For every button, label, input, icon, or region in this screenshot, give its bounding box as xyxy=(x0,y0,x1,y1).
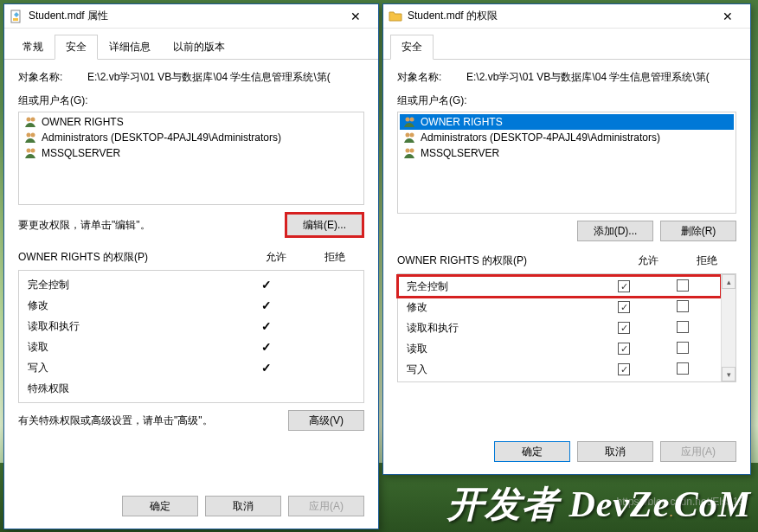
list-item-label: MSSQLSERVER xyxy=(42,147,120,159)
deny-checkbox[interactable] xyxy=(677,321,689,333)
svg-point-9 xyxy=(410,118,414,122)
ok-button[interactable]: 确定 xyxy=(122,496,198,516)
cancel-button[interactable]: 取消 xyxy=(205,496,281,516)
perm-row: 写入 xyxy=(398,359,721,380)
add-button[interactable]: 添加(D)... xyxy=(577,221,653,241)
group-icon xyxy=(403,116,417,128)
tab-bar: 安全 xyxy=(383,29,750,60)
perm-row: 写入✓ xyxy=(19,357,363,378)
svg-point-6 xyxy=(27,149,31,153)
list-item[interactable]: MSSQLSERVER xyxy=(21,145,362,161)
list-item-label: MSSQLSERVER xyxy=(421,147,499,159)
permissions-list: 完全控制✓ 修改✓ 读取和执行✓ 读取✓ 写入✓ 特殊权限 xyxy=(18,270,364,403)
object-name-label: 对象名称: xyxy=(397,70,466,85)
list-item[interactable]: OWNER RIGHTS xyxy=(400,114,734,130)
group-icon xyxy=(403,147,417,159)
close-button[interactable]: ✕ xyxy=(338,5,373,28)
list-item[interactable]: OWNER RIGHTS xyxy=(21,114,362,130)
scroll-down-icon[interactable]: ▾ xyxy=(722,367,736,381)
perm-row: 修改✓ xyxy=(19,295,363,316)
deny-checkbox[interactable] xyxy=(677,300,689,312)
object-name-value: E:\2.vb学习\01 VB与数据库\04 学生信息管理系统\第( xyxy=(466,70,736,85)
deny-checkbox[interactable] xyxy=(677,279,689,292)
group-icon xyxy=(24,131,38,144)
svg-rect-1 xyxy=(13,18,18,21)
svg-point-13 xyxy=(410,149,414,153)
list-item-label: Administrators (DESKTOP-4PAJL49\Administ… xyxy=(42,131,281,144)
scrollbar[interactable]: ▴ ▾ xyxy=(721,274,736,381)
permissions-header: OWNER RIGHTS 的权限(P) xyxy=(397,253,619,268)
list-item[interactable]: Administrators (DESKTOP-4PAJL49\Administ… xyxy=(21,130,362,145)
list-item[interactable]: Administrators (DESKTOP-4PAJL49\Administ… xyxy=(400,130,734,145)
object-name-value: E:\2.vb学习\01 VB与数据库\04 学生信息管理系统\第( xyxy=(87,70,364,85)
advanced-button[interactable]: 高级(V) xyxy=(288,410,364,431)
dialog-buttons: 确定 取消 应用(A) xyxy=(4,487,378,529)
scroll-up-icon[interactable]: ▴ xyxy=(722,274,736,289)
groups-listbox[interactable]: OWNER RIGHTS Administrators (DESKTOP-4PA… xyxy=(18,112,364,205)
list-item-label: OWNER RIGHTS xyxy=(42,116,124,128)
svg-point-3 xyxy=(31,118,35,122)
deny-column-header: 拒绝 xyxy=(678,253,736,268)
svg-point-11 xyxy=(410,133,414,138)
deny-checkbox[interactable] xyxy=(677,362,689,375)
groups-label: 组或用户名(G): xyxy=(18,93,364,108)
apply-button[interactable]: 应用(A) xyxy=(288,496,364,516)
file-icon xyxy=(10,10,23,23)
group-icon xyxy=(403,131,417,144)
list-item-label: Administrators (DESKTOP-4PAJL49\Administ… xyxy=(421,131,660,144)
perm-row: 读取✓ xyxy=(19,337,363,357)
svg-point-10 xyxy=(406,133,410,138)
tab-details[interactable]: 详细信息 xyxy=(98,35,162,60)
groups-listbox[interactable]: OWNER RIGHTS Administrators (DESKTOP-4PA… xyxy=(397,112,736,214)
dialog-buttons: 确定 取消 应用(A) xyxy=(383,433,750,474)
svg-point-2 xyxy=(27,118,31,122)
edit-hint: 要更改权限，请单击"编辑"。 xyxy=(18,218,278,233)
svg-point-8 xyxy=(406,118,410,122)
allow-check-icon: ✓ xyxy=(261,319,272,333)
group-icon xyxy=(24,147,38,159)
perm-row: 读取和执行✓ xyxy=(19,316,363,337)
object-name-label: 对象名称: xyxy=(18,70,87,85)
perm-row: 读取和执行 xyxy=(398,317,721,338)
allow-column-header: 允许 xyxy=(247,250,305,265)
close-button[interactable]: ✕ xyxy=(710,5,745,28)
remove-button[interactable]: 删除(R) xyxy=(660,221,736,241)
apply-button[interactable]: 应用(A) xyxy=(660,441,736,462)
advanced-hint: 有关特殊权限或高级设置，请单击"高级"。 xyxy=(18,413,281,428)
perm-row: 特殊权限 xyxy=(19,378,363,399)
tab-general[interactable]: 常规 xyxy=(11,35,55,60)
allow-checkbox[interactable] xyxy=(618,343,630,355)
list-item[interactable]: MSSQLSERVER xyxy=(400,145,734,161)
allow-check-icon: ✓ xyxy=(261,340,272,354)
tab-security[interactable]: 安全 xyxy=(390,35,434,60)
edit-button[interactable]: 编辑(E)... xyxy=(285,212,364,238)
tab-previous-versions[interactable]: 以前的版本 xyxy=(162,35,236,60)
allow-checkbox[interactable] xyxy=(618,301,630,313)
window-title: Student.mdf 的权限 xyxy=(408,9,710,23)
group-icon xyxy=(24,116,38,128)
perm-row: 完全控制✓ xyxy=(19,274,363,295)
allow-column-header: 允许 xyxy=(619,253,678,268)
allow-check-icon: ✓ xyxy=(261,361,272,375)
cancel-button[interactable]: 取消 xyxy=(577,441,653,462)
perm-row: 修改 xyxy=(398,297,721,317)
svg-point-4 xyxy=(27,133,31,138)
allow-checkbox[interactable] xyxy=(618,280,630,292)
folder-icon xyxy=(389,10,402,23)
allow-checkbox[interactable] xyxy=(618,322,630,334)
window-title: Student.mdf 属性 xyxy=(29,9,338,23)
allow-checkbox[interactable] xyxy=(618,363,630,375)
tab-security[interactable]: 安全 xyxy=(55,35,98,60)
permissions-dialog: Student.mdf 的权限 ✕ 安全 对象名称: E:\2.vb学习\01 … xyxy=(382,3,751,475)
deny-checkbox[interactable] xyxy=(677,342,689,354)
allow-check-icon: ✓ xyxy=(261,298,272,312)
list-item-label: OWNER RIGHTS xyxy=(421,116,503,128)
properties-dialog: Student.mdf 属性 ✕ 常规 安全 详细信息 以前的版本 对象名称: … xyxy=(3,3,379,529)
deny-column-header: 拒绝 xyxy=(305,250,364,265)
perm-row: 完全控制 xyxy=(398,276,721,297)
ok-button[interactable]: 确定 xyxy=(494,441,570,462)
tab-bar: 常规 安全 详细信息 以前的版本 xyxy=(4,29,378,60)
watermark-logo: 开发者 DevZe.CoM xyxy=(447,480,751,529)
titlebar[interactable]: Student.mdf 的权限 ✕ xyxy=(383,4,750,29)
titlebar[interactable]: Student.mdf 属性 ✕ xyxy=(4,4,378,29)
